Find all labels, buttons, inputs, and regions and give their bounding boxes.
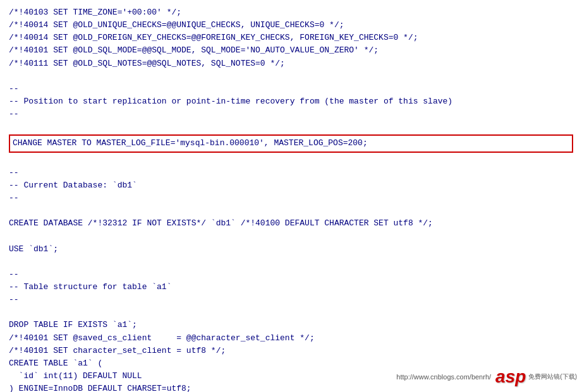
watermark-brand: asp [495,367,526,387]
code-line: -- [9,268,573,281]
code-line: /*!40103 SET TIME_ZONE='+00:00' */; [9,6,573,19]
empty-line [9,121,573,133]
code-line: DROP TABLE IF EXISTS `a1`; [9,319,573,331]
code-line: /*!40014 SET @OLD_FOREIGN_KEY_CHECKS=@@F… [9,32,573,44]
highlighted-code-line: CHANGE MASTER TO MASTER_LOG_FILE='mysql-… [9,134,573,152]
code-line: /*!40014 SET @OLD_UNIQUE_CHECKS=@@UNIQUE… [9,19,573,32]
watermark-url: http://www.cnblogs.com/benrh/ [394,372,493,381]
code-block: /*!40103 SET TIME_ZONE='+00:00' */;/*!40… [9,6,573,392]
code-line: -- [9,294,573,306]
empty-line [9,70,573,83]
code-line: USE `db1`; [9,243,573,256]
empty-line [9,154,573,167]
code-line: /*!40101 SET @OLD_SQL_MODE=@@SQL_MODE, S… [9,44,573,57]
code-line: /*!40101 SET @saved_cs_client = @@charac… [9,332,573,345]
code-line: /*!40101 SET character_set_client = utf8… [9,345,573,357]
code-container: /*!40103 SET TIME_ZONE='+00:00' */;/*!40… [0,0,582,392]
code-line: CREATE DATABASE /*!32312 IF NOT EXISTS*/… [9,217,573,230]
watermark-sub: 免费网站镜(下载) [528,372,577,381]
code-line: -- Table structure for table `a1` [9,281,573,294]
code-line: -- Current Database: `db1` [9,179,573,192]
code-line: /*!40111 SET @OLD_SQL_NOTES=@@SQL_NOTES,… [9,57,573,70]
watermark: http://www.cnblogs.com/benrh/ asp 免费网站镜(… [394,367,577,387]
code-line: -- Position to start replication or poin… [9,95,573,108]
empty-line [9,205,573,217]
code-line: -- [9,167,573,179]
empty-line [9,256,573,268]
code-line: -- [9,108,573,121]
code-line: -- [9,83,573,95]
code-line: -- [9,192,573,205]
empty-line [9,230,573,242]
empty-line [9,306,573,319]
